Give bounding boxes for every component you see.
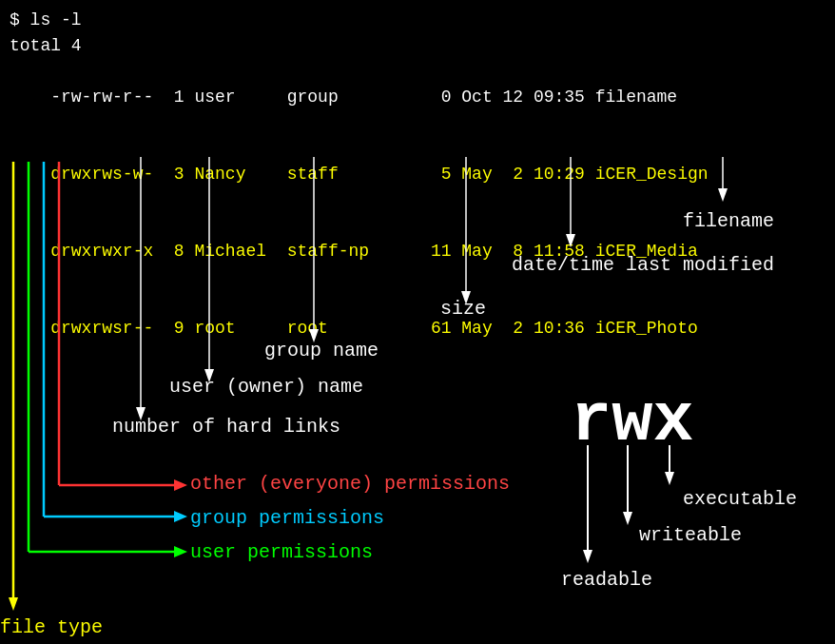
row-1: drwxrws-w- 3 Nancy staff 5 May 2 10:29 i… bbox=[10, 136, 825, 213]
row-3: drwxrwsr-- 9 root root 61 May 2 10:36 iC… bbox=[10, 290, 825, 367]
perm-2: drwxrwxr-x bbox=[50, 242, 153, 261]
executable-label: executable bbox=[683, 488, 797, 510]
total-line: total 4 bbox=[10, 33, 825, 59]
user-perms-label: user permissions bbox=[190, 541, 373, 563]
svg-marker-8 bbox=[174, 511, 187, 522]
user-name-label: user (owner) name bbox=[169, 376, 363, 398]
hard-links-label: number of hard links bbox=[112, 416, 340, 438]
svg-marker-25 bbox=[583, 550, 592, 563]
command-line: $ ls -l bbox=[10, 8, 825, 33]
perm-1: drwxrws-w- bbox=[50, 165, 153, 184]
file-type-label: file type bbox=[0, 616, 103, 638]
row-0: -rw-rw-r-- 1 user group 0 Oct 12 09:35 f… bbox=[10, 59, 825, 136]
svg-marker-13 bbox=[136, 407, 146, 420]
svg-marker-29 bbox=[665, 472, 674, 485]
other-perms-label: other (everyone) permissions bbox=[190, 473, 510, 495]
svg-marker-27 bbox=[623, 512, 632, 525]
svg-marker-2 bbox=[9, 597, 18, 611]
group-perms-label: group permissions bbox=[190, 507, 384, 529]
writeable-label: writeable bbox=[639, 524, 742, 546]
svg-marker-5 bbox=[174, 546, 187, 557]
perm-3: drwxrwsr-- bbox=[50, 319, 153, 338]
readable-label: readable bbox=[561, 569, 652, 591]
svg-marker-11 bbox=[174, 479, 187, 491]
row-2: drwxrwxr-x 8 Michael staff-np 11 May 8 1… bbox=[10, 213, 825, 290]
perm-0: -rw-rw-r-- bbox=[50, 88, 153, 107]
rwx-display: rwx bbox=[571, 382, 694, 460]
